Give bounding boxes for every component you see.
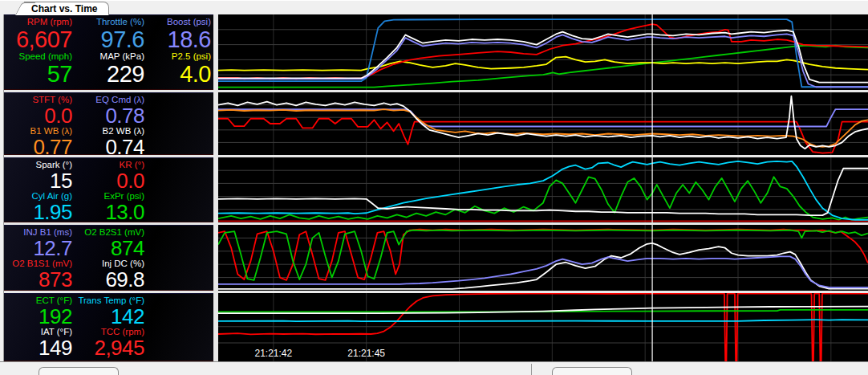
param-value: 2,945 [75,337,144,358]
param-value: 0.0 [4,105,72,126]
plot-row-4[interactable] [218,225,868,291]
plot-row-4-svg [218,225,868,291]
legend-cell[interactable]: Spark (°) 15 [4,160,75,191]
legend-row-4: INJ B1 (ms) 12.7 O2 B2S1 (mV) 874 O2 B1S… [4,225,213,291]
param-value: 13.0 [75,202,144,222]
param-value: 229 [75,62,144,86]
param-value: 0.78 [75,105,144,126]
param-value: 18.6 [147,27,211,51]
legend-cell[interactable]: B1 WB (λ) 0.77 [4,126,75,157]
legend-cell[interactable]: TCC (rpm) 2,945 [75,327,147,358]
plot-row-1[interactable] [218,14,868,90]
chart-row-3: Spark (°) 15 KR (°) 0.0 Cyl Air (g) 1.95… [4,157,868,222]
legend-cell[interactable]: Cyl Air (g) 1.95 [4,191,75,222]
legend-cell[interactable]: O2 B1S1 (mV) 873 [4,259,75,290]
plot-row-2[interactable] [218,92,868,155]
legend-row-3: Spark (°) 15 KR (°) 0.0 Cyl Air (g) 1.95… [4,157,213,222]
legend-cell[interactable]: ExPr (psi) 13.0 [75,191,147,222]
legend-cell[interactable]: EQ Cmd (λ) 0.78 [75,95,147,126]
bottom-tab-left[interactable] [39,367,119,375]
bottom-bar [0,361,868,375]
legend-cell[interactable]: Throttle (%) 97.6 [75,17,147,51]
param-value: 12.7 [4,238,72,259]
legend-cell[interactable]: Trans Temp (°F) 142 [75,296,147,327]
legend-cell[interactable]: P2.5 (psi) 4.0 [147,51,213,86]
tab-title: Chart vs. Time [31,3,97,14]
param-value: 149 [4,337,72,358]
legend-cell[interactable]: RPM (rpm) 6,607 [4,17,75,51]
param-value: 97.6 [75,27,144,51]
legend-cell[interactable]: IAT (°F) 149 [4,327,75,358]
tab-bar: Chart vs. Time [0,0,868,14]
param-value: 69.8 [75,269,144,290]
plot-row-2-svg [218,92,868,155]
legend-cell[interactable]: MAP (kPa) 229 [75,51,147,86]
param-value: 15 [4,170,72,191]
plot-row-5-svg [218,293,868,361]
legend-cell[interactable]: Boost (psi) 18.6 [147,17,213,51]
legend-row-2: STFT (%) 0.0 EQ Cmd (λ) 0.78 B1 WB (λ) 0… [4,92,213,155]
legend-row-5: ECT (°F) 192 Trans Temp (°F) 142 IAT (°F… [4,293,213,361]
param-value: 6,607 [4,27,72,51]
bottom-tab-right[interactable] [552,367,632,375]
legend-cell[interactable]: ECT (°F) 192 [4,296,75,327]
legend-cell[interactable]: B2 WB (λ) 0.74 [75,126,147,157]
param-value: 873 [4,269,72,290]
bottom-divider [531,364,532,375]
plot-row-3[interactable] [218,157,868,222]
chart-row-4: INJ B1 (ms) 12.7 O2 B2S1 (mV) 874 O2 B1S… [4,225,868,291]
plot-row-3-svg [218,157,868,222]
param-value: 4.0 [147,62,211,86]
chart-row-2: STFT (%) 0.0 EQ Cmd (λ) 0.78 B1 WB (λ) 0… [4,92,868,155]
legend-cell[interactable]: O2 B2S1 (mV) 874 [75,227,147,259]
param-value: 57 [4,62,72,86]
legend-cell[interactable]: Inj DC (%) 69.8 [75,259,147,290]
param-value: 1.95 [4,202,72,222]
param-value: 192 [4,306,72,327]
chart-row-1: RPM (rpm) 6,607 Throttle (%) 97.6 Boost … [4,14,868,90]
time-axis-label: 21:21:45 [347,348,385,359]
plot-row-1-svg [218,14,868,90]
legend-cell[interactable]: KR (°) 0.0 [75,160,147,191]
plot-row-5[interactable]: 21:21:42 21:21:45 [218,293,868,361]
param-value: 874 [75,238,144,259]
time-axis-label: 21:21:42 [254,348,292,359]
legend-row-1: RPM (rpm) 6,607 Throttle (%) 97.6 Boost … [4,14,213,90]
tab-chart-vs-time[interactable]: Chart vs. Time [24,2,109,15]
legend-cell[interactable]: Speed (mph) 57 [4,51,75,86]
chart-panel: RPM (rpm) 6,607 Throttle (%) 97.6 Boost … [3,14,868,361]
param-value: 0.0 [75,170,144,191]
param-value: 142 [75,306,144,327]
legend-cell[interactable]: INJ B1 (ms) 12.7 [4,227,75,259]
chart-row-5: ECT (°F) 192 Trans Temp (°F) 142 IAT (°F… [4,293,868,361]
legend-cell[interactable]: STFT (%) 0.0 [4,95,75,126]
